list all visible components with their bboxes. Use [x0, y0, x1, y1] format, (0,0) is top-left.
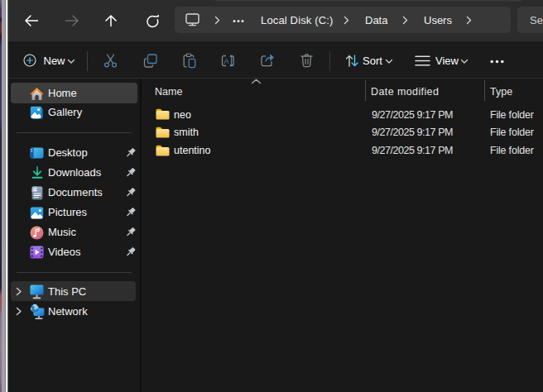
svg-text:A: A: [224, 57, 229, 65]
